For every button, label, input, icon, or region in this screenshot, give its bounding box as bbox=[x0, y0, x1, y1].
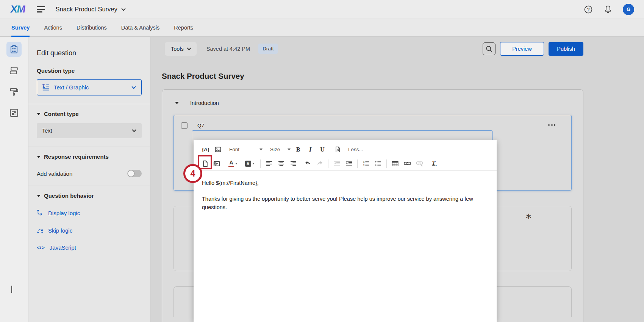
block-collapse-icon[interactable] bbox=[175, 102, 179, 104]
panel-title: Edit question bbox=[37, 49, 142, 57]
insert-media-button[interactable] bbox=[211, 158, 222, 169]
builder-icon-rail bbox=[0, 37, 28, 322]
caret-down-icon bbox=[288, 148, 291, 150]
content-type-select[interactable]: Text bbox=[37, 123, 142, 138]
sidebar-item-survey-builder[interactable] bbox=[6, 42, 22, 57]
piped-text-button[interactable]: {A} bbox=[200, 144, 212, 155]
indent-button[interactable] bbox=[343, 158, 355, 169]
skip-logic-link[interactable]: Skip logic bbox=[37, 227, 142, 234]
caret-down-icon bbox=[235, 163, 238, 164]
align-left-button[interactable] bbox=[263, 158, 275, 169]
insert-file-button[interactable] bbox=[200, 158, 211, 169]
publish-button[interactable]: Publish bbox=[549, 42, 583, 56]
remove-format-button[interactable]: Tx bbox=[428, 158, 441, 169]
chevron-down-icon bbox=[121, 6, 125, 11]
display-logic-icon bbox=[37, 209, 44, 216]
survey-options-icon bbox=[9, 108, 19, 117]
source-icon bbox=[335, 146, 341, 153]
align-center-button[interactable] bbox=[275, 158, 287, 169]
toggle-knob bbox=[128, 170, 134, 177]
question-checkbox[interactable] bbox=[181, 122, 188, 129]
unlink-button[interactable] bbox=[413, 158, 425, 169]
redo-button[interactable] bbox=[314, 158, 326, 169]
indent-icon bbox=[346, 160, 352, 167]
tab-reports[interactable]: Reports bbox=[174, 19, 193, 36]
sidebar-item-survey-flow[interactable] bbox=[6, 63, 22, 78]
content-type-section-header[interactable]: Content type bbox=[37, 111, 142, 117]
editor-toolbar: {A} Font Size bbox=[194, 140, 497, 171]
preview-button[interactable]: Preview bbox=[500, 42, 544, 56]
align-center-icon bbox=[278, 160, 284, 167]
insert-image-button[interactable] bbox=[212, 144, 224, 155]
insert-media-icon bbox=[213, 160, 220, 167]
response-requirements-label: Response requirements bbox=[44, 153, 109, 160]
undo-button[interactable] bbox=[302, 158, 314, 169]
code-icon: </> bbox=[37, 245, 45, 250]
display-logic-label: Display logic bbox=[48, 210, 80, 216]
text-graphic-icon: T bbox=[42, 84, 50, 91]
link-icon bbox=[404, 160, 411, 167]
font-dropdown[interactable]: Font bbox=[229, 147, 264, 152]
xm-logo: XM bbox=[10, 3, 26, 15]
chevron-down-icon bbox=[132, 128, 136, 132]
font-label: Font bbox=[229, 147, 239, 152]
skip-logic-label: Skip logic bbox=[48, 227, 72, 234]
display-logic-link[interactable]: Display logic bbox=[37, 209, 142, 216]
editor-content[interactable]: Hello ${m://FirstName}, Thanks for givin… bbox=[194, 171, 497, 211]
more-options-button[interactable] bbox=[548, 124, 555, 126]
sidebar-item-look-and-feel[interactable] bbox=[6, 84, 22, 99]
tab-distributions[interactable]: Distributions bbox=[77, 19, 107, 36]
collapse-triangle-icon bbox=[37, 156, 41, 158]
insert-link-button[interactable] bbox=[401, 158, 413, 169]
survey-title: Snack Product Survey bbox=[56, 6, 117, 13]
outdent-button[interactable] bbox=[331, 158, 343, 169]
remove-format-icon: Tx bbox=[432, 160, 437, 167]
chevron-down-icon bbox=[187, 46, 191, 50]
search-button[interactable] bbox=[483, 42, 496, 55]
underline-button[interactable]: U bbox=[316, 144, 328, 155]
block-title: Introduction bbox=[190, 100, 219, 106]
avatar[interactable]: G bbox=[623, 4, 634, 15]
text-color-button[interactable]: A bbox=[225, 158, 241, 169]
question-id: Q7 bbox=[197, 123, 204, 128]
notifications-button[interactable] bbox=[603, 5, 613, 14]
bold-button[interactable]: B bbox=[292, 144, 304, 155]
size-label: Size bbox=[270, 147, 280, 152]
response-requirements-header[interactable]: Response requirements bbox=[37, 153, 142, 160]
question-type-value: Text / Graphic bbox=[54, 84, 89, 91]
add-validation-label: Add validation bbox=[37, 170, 72, 177]
size-dropdown[interactable]: Size bbox=[270, 147, 292, 152]
collapse-triangle-icon bbox=[37, 113, 41, 115]
tools-dropdown[interactable]: Tools bbox=[165, 42, 197, 56]
survey-title-dropdown[interactable]: Snack Product Survey bbox=[56, 6, 125, 13]
survey-flow-icon bbox=[9, 66, 19, 75]
tab-survey[interactable]: Survey bbox=[11, 19, 30, 36]
tab-actions[interactable]: Actions bbox=[44, 19, 62, 36]
bullet-list-button[interactable] bbox=[372, 158, 384, 169]
tab-data-analysis[interactable]: Data & Analysis bbox=[121, 19, 160, 36]
numbered-list-button[interactable]: 1 2 bbox=[360, 158, 372, 169]
chevron-right-icon bbox=[11, 286, 12, 293]
required-asterisk: * bbox=[526, 211, 531, 225]
less-options-button[interactable]: Less... bbox=[348, 147, 363, 152]
content-type-value: Text bbox=[42, 128, 52, 134]
collapse-panel-button[interactable] bbox=[11, 286, 12, 292]
source-button[interactable] bbox=[331, 144, 344, 155]
background-color-button[interactable]: A bbox=[241, 158, 258, 169]
italic-button[interactable]: I bbox=[304, 144, 316, 155]
insert-table-button[interactable] bbox=[389, 158, 401, 169]
add-validation-toggle[interactable] bbox=[127, 170, 142, 177]
survey-canvas: Tools Saved at 4:42 PM Draft Preview Pub… bbox=[150, 37, 644, 322]
help-button[interactable]: ? bbox=[583, 5, 593, 14]
hamburger-menu-icon[interactable] bbox=[37, 6, 46, 13]
sidebar-item-survey-options[interactable] bbox=[6, 105, 22, 120]
question-type-dropdown[interactable]: T Text / Graphic bbox=[37, 79, 142, 95]
javascript-link[interactable]: </> JavaScript bbox=[37, 244, 142, 251]
toolbar-separator bbox=[260, 159, 261, 168]
question-type-label: Question type bbox=[37, 67, 142, 74]
align-right-button[interactable] bbox=[287, 158, 299, 169]
chevron-down-icon bbox=[131, 84, 136, 89]
question-behavior-header[interactable]: Question behavior bbox=[37, 192, 142, 199]
toolbar-separator bbox=[386, 159, 387, 168]
autosave-status: Saved at 4:42 PM bbox=[206, 46, 250, 52]
